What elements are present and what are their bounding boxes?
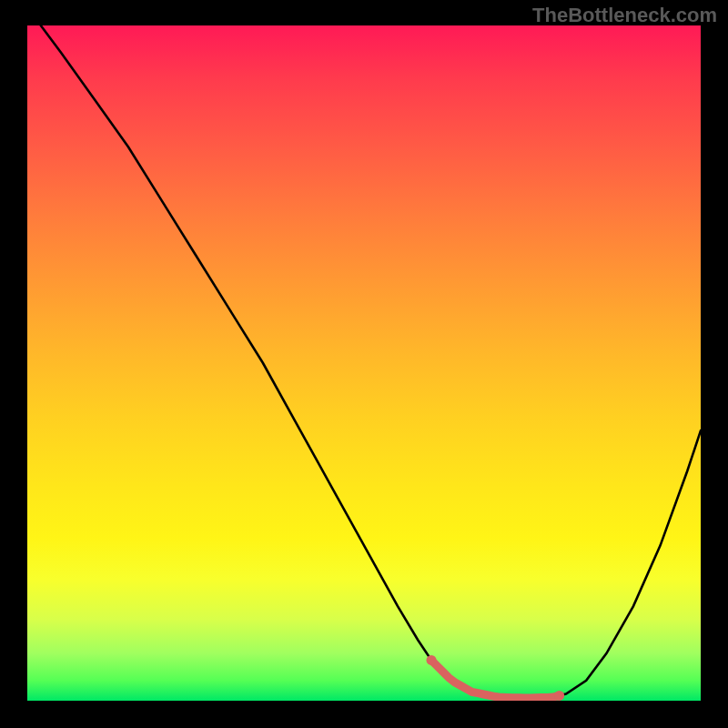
watermark-text: TheBottleneck.com	[532, 4, 717, 27]
optimal-end-dot	[554, 691, 564, 701]
chart-container: TheBottleneck.com	[0, 0, 728, 728]
bottleneck-curve	[41, 25, 701, 698]
plot-area	[27, 25, 701, 701]
optimal-start-dot	[427, 655, 437, 665]
curve-svg	[27, 25, 701, 701]
optimal-range-highlight	[431, 660, 560, 698]
